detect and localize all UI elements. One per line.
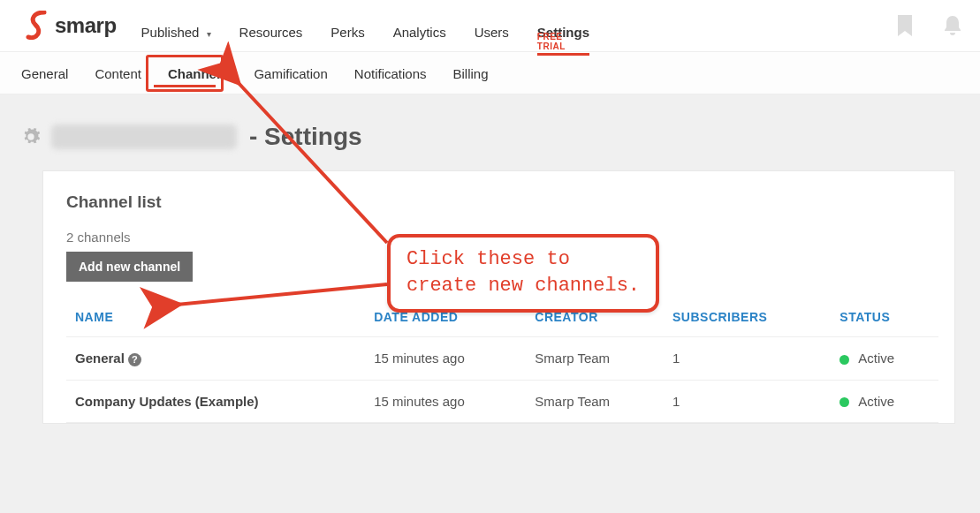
status-dot-icon xyxy=(839,355,849,365)
row0-date: 15 minutes ago xyxy=(365,337,526,381)
row1-name: Company Updates (Example) xyxy=(75,394,259,409)
help-icon[interactable]: ? xyxy=(128,353,141,366)
subnav-content[interactable]: Content xyxy=(93,61,143,87)
annotation-callout: Click these to create new channels. xyxy=(387,234,659,313)
topnav-perks[interactable]: Perks xyxy=(330,9,364,43)
subnav-notifications[interactable]: Notifications xyxy=(353,61,429,87)
top-navbar: smarp Published ▾ Resources Perks Analyt… xyxy=(0,0,980,52)
add-channel-button[interactable]: Add new channel xyxy=(66,252,193,282)
row0-subs: 1 xyxy=(664,337,831,381)
channel-table: NAME DATE ADDED CREATOR SUBSCRIBERS STAT… xyxy=(66,298,938,423)
th-name[interactable]: NAME xyxy=(66,298,365,337)
th-status[interactable]: STATUS xyxy=(831,298,938,337)
topnav-analytics[interactable]: Analytics xyxy=(393,9,446,43)
subnav-channels[interactable]: Channels xyxy=(166,61,230,87)
settings-subnav: General Content Channels Gamification No… xyxy=(0,52,980,94)
table-row[interactable]: Company Updates (Example) 15 minutes ago… xyxy=(66,380,938,422)
status-dot-icon xyxy=(839,397,849,407)
subnav-gamification[interactable]: Gamification xyxy=(252,61,329,87)
subnav-general[interactable]: General xyxy=(19,61,70,87)
brand-logo[interactable]: smarp xyxy=(25,11,117,41)
row1-status: Active xyxy=(858,394,894,409)
row1-date: 15 minutes ago xyxy=(365,380,526,422)
subnav-billing[interactable]: Billing xyxy=(452,61,490,87)
free-trial-badge: FREE TRIAL xyxy=(537,16,589,56)
brand-name: smarp xyxy=(55,13,117,38)
org-name-redacted xyxy=(51,124,237,149)
card-heading: Channel list xyxy=(66,192,938,212)
chevron-down-icon: ▾ xyxy=(207,29,211,39)
page-body: - Settings Channel list 2 channels Add n… xyxy=(0,94,980,513)
row1-creator: Smarp Team xyxy=(526,380,664,422)
brand-logo-icon xyxy=(25,11,49,41)
page-title: - Settings xyxy=(249,123,362,151)
topbar-actions xyxy=(895,14,964,37)
notification-bell-icon[interactable] xyxy=(941,14,964,37)
topnav-users[interactable]: Users xyxy=(475,9,509,43)
row0-status: Active xyxy=(858,351,894,366)
row0-name: General xyxy=(75,351,125,366)
table-row[interactable]: General? 15 minutes ago Smarp Team 1 Act… xyxy=(66,337,938,381)
row1-subs: 1 xyxy=(664,380,831,422)
topnav-resources[interactable]: Resources xyxy=(239,9,303,43)
row0-creator: Smarp Team xyxy=(526,337,664,381)
th-subscribers[interactable]: SUBSCRIBERS xyxy=(664,298,831,337)
bookmark-icon[interactable] xyxy=(895,14,915,37)
top-nav-list: Published ▾ Resources Perks Analytics Us… xyxy=(141,9,590,43)
page-title-row: - Settings xyxy=(21,123,962,151)
topnav-published[interactable]: Published ▾ xyxy=(141,9,211,43)
gear-icon xyxy=(21,127,41,147)
